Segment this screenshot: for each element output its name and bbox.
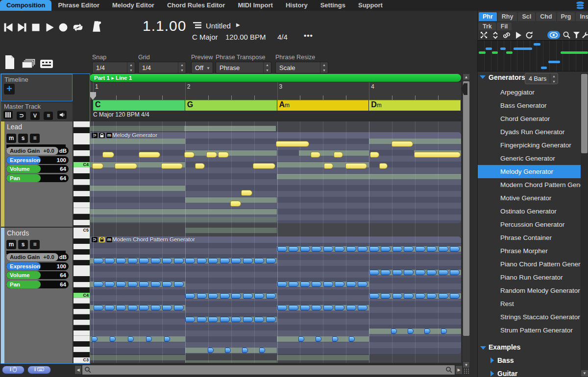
caret-down-icon[interactable]: ▼ xyxy=(206,66,210,71)
white-key[interactable] xyxy=(74,330,90,336)
phrase-loop-icon[interactable]: ⊃ xyxy=(92,237,98,242)
chord-pattern-note[interactable] xyxy=(151,282,161,287)
melody-note[interactable] xyxy=(311,152,320,158)
more-options-button[interactable]: ••• xyxy=(304,31,313,40)
chord-pattern-note[interactable] xyxy=(254,258,264,263)
chord-pattern-note[interactable] xyxy=(197,258,207,263)
expand-icon[interactable] xyxy=(492,31,499,39)
chord-pattern-note[interactable] xyxy=(408,329,414,334)
generator-item-random-melody-generator[interactable]: Random Melody Generator xyxy=(478,284,581,297)
chord-pattern-note[interactable] xyxy=(116,282,126,287)
chord-pattern-note[interactable] xyxy=(312,305,321,310)
param-pan[interactable]: Pan64 xyxy=(6,281,69,288)
chord-pattern-note[interactable] xyxy=(439,293,448,299)
scroll-down-button[interactable]: ▼ xyxy=(463,361,470,368)
white-key[interactable] xyxy=(74,220,90,225)
generator-item-strum-pattern-generator[interactable]: Strum Pattern Generator xyxy=(478,324,581,337)
song-time-signature[interactable]: 4/4 xyxy=(277,33,288,41)
song-tempo[interactable]: 120.00 BPM xyxy=(225,33,266,41)
chord-pattern-note[interactable] xyxy=(323,246,333,252)
white-key[interactable] xyxy=(74,202,90,208)
chord-pattern-note[interactable] xyxy=(105,258,115,263)
generator-item-modern-chord-pattern-generator[interactable]: Modern Chord Pattern Generator xyxy=(478,178,581,191)
chord-pattern-note[interactable] xyxy=(174,282,184,287)
white-key[interactable] xyxy=(74,298,90,304)
panel-tab-chd[interactable]: Chd xyxy=(536,12,556,21)
chord-pattern-note[interactable] xyxy=(346,305,356,310)
chord-pattern-note[interactable] xyxy=(289,246,298,252)
chord-pattern-note[interactable] xyxy=(208,348,214,353)
phrase-header[interactable]: ⊃mMelody Generator xyxy=(90,132,461,139)
master-velocity-button[interactable]: V xyxy=(30,112,40,120)
chord-pattern-note[interactable] xyxy=(128,336,134,342)
chord-pattern-note[interactable] xyxy=(369,246,379,252)
chord-pattern-note[interactable] xyxy=(439,270,448,275)
new-file-icon[interactable] xyxy=(4,55,16,70)
generator-item-ostinato-generator[interactable]: Ostinato Generator xyxy=(478,205,581,218)
white-key[interactable] xyxy=(74,167,90,173)
param-pan[interactable]: Pan64 xyxy=(6,174,69,182)
spinner-icon[interactable]: ▲▼ xyxy=(263,62,271,73)
chord-pattern-note[interactable] xyxy=(277,246,287,252)
black-key[interactable] xyxy=(74,260,90,266)
chord-pattern-note[interactable] xyxy=(441,329,447,334)
master-loop-icon[interactable]: ⊃ xyxy=(17,112,26,120)
chord-pattern-note[interactable] xyxy=(128,305,138,310)
panel-tab-rhy[interactable]: Rhy xyxy=(498,12,517,21)
black-key[interactable] xyxy=(74,156,90,162)
chord-pattern-note[interactable] xyxy=(139,305,149,310)
chord-pattern-note[interactable] xyxy=(424,329,430,334)
chord-pattern-note[interactable] xyxy=(404,270,414,275)
chord-pattern-note[interactable] xyxy=(450,246,460,252)
track-list-icon[interactable] xyxy=(193,22,201,29)
white-key[interactable] xyxy=(74,233,90,239)
white-key[interactable] xyxy=(74,208,90,214)
chord-pattern-note[interactable] xyxy=(277,305,287,310)
dropdown-grid[interactable]: 1/4▲▼ xyxy=(138,62,186,73)
visibility-toggle[interactable] xyxy=(547,31,560,39)
play-button[interactable] xyxy=(44,23,55,32)
melody-note[interactable] xyxy=(218,152,229,158)
phrase-loop-icon[interactable]: ⊃ xyxy=(92,133,98,138)
melody-note[interactable] xyxy=(324,163,333,169)
chord-pattern-note[interactable] xyxy=(151,258,161,263)
white-key[interactable]: C5 xyxy=(74,228,90,234)
solo-button[interactable]: s xyxy=(18,134,28,143)
panel-scroll-down-button[interactable]: ▼ xyxy=(581,370,588,377)
white-key[interactable]: C4 xyxy=(74,162,90,168)
white-key[interactable] xyxy=(74,282,90,288)
solo-button[interactable]: s xyxy=(18,240,28,249)
chord-pattern-note[interactable] xyxy=(416,246,425,252)
chord-pattern-note[interactable] xyxy=(312,246,321,252)
generator-item-generic-generator[interactable]: Generic Generator xyxy=(478,152,581,165)
black-key[interactable] xyxy=(74,144,90,150)
white-key[interactable] xyxy=(74,265,90,271)
white-key[interactable] xyxy=(74,121,90,127)
examples-section-title[interactable]: Examples xyxy=(478,341,581,353)
melody-note[interactable] xyxy=(379,163,388,169)
white-key[interactable] xyxy=(74,255,90,260)
param-audio-gain[interactable]: Audio Gain+0.0dB xyxy=(6,253,69,261)
white-key[interactable] xyxy=(74,150,90,156)
chord-pattern-note[interactable] xyxy=(94,305,103,310)
dropdown-phrase-resize[interactable]: Scale▲▼ xyxy=(275,62,328,73)
chord-pattern-note[interactable] xyxy=(128,258,138,263)
example-group-bass[interactable]: Bass xyxy=(478,354,581,367)
chord-pattern-note[interactable] xyxy=(300,305,310,310)
refresh-icon[interactable] xyxy=(525,31,533,39)
white-key[interactable]: C4 xyxy=(74,293,90,299)
param-expression[interactable]: Expression100 xyxy=(6,262,69,270)
melody-note[interactable] xyxy=(195,163,205,169)
chord-track[interactable]: CGAmDm xyxy=(90,100,461,111)
part-bar[interactable]: Part 1 ▸ Line 1 xyxy=(90,74,461,82)
chord-pattern-note[interactable] xyxy=(335,282,344,287)
menu-tab-phrase-editor[interactable]: Phrase Editor xyxy=(51,0,106,11)
chord-pattern-note[interactable] xyxy=(208,258,218,263)
chord-pattern-note[interactable] xyxy=(298,336,304,342)
chord-pattern-note[interactable] xyxy=(242,348,248,353)
param-audio-gain[interactable]: Audio Gain+0.0dB xyxy=(6,147,69,155)
param-volume[interactable]: Volume64 xyxy=(6,165,69,173)
file-stack-icon[interactable] xyxy=(22,58,36,69)
melody-note[interactable] xyxy=(241,190,252,196)
spinner-icon[interactable]: ▲▼ xyxy=(550,73,558,84)
